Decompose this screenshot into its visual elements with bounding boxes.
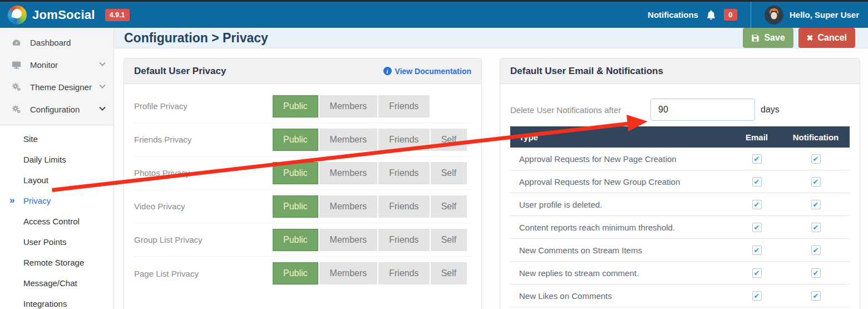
chevron-down-icon [99,60,105,66]
notification-checkbox[interactable]: ✔ [811,154,821,164]
privacy-option-group: PublicMembersFriendsSelf [273,129,467,151]
sidebar-subitem-remote-storage[interactable]: Remote Storage [0,252,114,273]
privacy-option-members[interactable]: Members [319,162,378,184]
column-email: Email [732,133,782,142]
privacy-panel-title: Default User Privacy [134,66,226,77]
privacy-option-self[interactable]: Self [431,229,467,251]
gears-icon [11,104,21,114]
check-icon: ✔ [813,155,819,163]
privacy-option-self[interactable]: Self [431,262,467,285]
check-icon: ✔ [754,224,760,231]
email-checkbox[interactable]: ✔ [752,200,762,209]
notification-row: Approval Requests for New Page Creation✔… [510,148,850,170]
delete-days-input[interactable] [650,99,755,121]
privacy-rows: Profile PrivacyPublicMembersFriendsFrien… [124,84,481,290]
privacy-option-public[interactable]: Public [273,129,318,151]
check-icon: ✔ [813,292,819,300]
sidebar-subitem-layout[interactable]: Layout [0,170,114,190]
email-checkbox[interactable]: ✔ [752,177,762,187]
sidebar-item-dashboard[interactable]: Dashboard [0,31,114,53]
view-documentation-link[interactable]: i View Documentation [383,67,471,76]
check-icon: ✔ [754,247,760,254]
notifications-menu[interactable]: Notifications 0 [648,9,751,21]
chevron-down-icon [99,82,105,89]
privacy-option-members[interactable]: Members [319,262,378,285]
privacy-row: Page List PrivacyPublicMembersFriendsSel… [134,257,471,290]
email-checkbox[interactable]: ✔ [752,291,762,301]
privacy-option-friends[interactable]: Friends [378,162,429,184]
sidebar-subitem-integrations[interactable]: Integrations [0,293,114,309]
notification-checkbox[interactable]: ✔ [811,223,821,232]
check-icon: ✔ [813,178,819,185]
email-checkbox[interactable]: ✔ [752,246,762,255]
privacy-option-self[interactable]: Self [431,162,467,184]
check-icon: ✔ [754,292,760,300]
privacy-option-public[interactable]: Public [273,195,318,218]
gears-icon [11,82,21,92]
privacy-option-group: PublicMembersFriendsSelf [273,229,467,251]
email-checkbox[interactable]: ✔ [752,268,762,278]
privacy-option-friends[interactable]: Friends [378,195,429,218]
notification-checkbox[interactable]: ✔ [811,177,821,187]
notification-checkbox[interactable]: ✔ [811,200,821,209]
save-button[interactable]: Save [743,28,793,48]
privacy-option-public[interactable]: Public [273,162,318,184]
notification-count-badge[interactable]: 0 [724,9,737,21]
email-checkbox[interactable]: ✔ [752,223,762,232]
notification-row: Content reports reach minimum threshold.… [510,216,850,239]
notification-checkbox[interactable]: ✔ [811,291,821,301]
privacy-row: Friends PrivacyPublicMembersFriendsSelf [134,123,471,156]
privacy-row: Video PrivacyPublicMembersFriendsSelf [134,190,471,223]
privacy-option-friends[interactable]: Friends [378,95,429,117]
privacy-row: Profile PrivacyPublicMembersFriends [134,90,471,123]
notification-type-label: User profile is deleted. [510,200,732,209]
check-icon: ✔ [754,178,760,185]
check-icon: ✔ [754,155,760,163]
bell-icon[interactable] [706,9,717,21]
table-header: Type Email Notification [510,126,850,148]
notification-checkbox[interactable]: ✔ [811,246,821,255]
privacy-row: Group List PrivacyPublicMembersFriendsSe… [134,223,471,257]
privacy-row-label: Page List Privacy [134,269,273,278]
privacy-option-friends[interactable]: Friends [378,129,429,151]
sidebar-item-theme-designer[interactable]: Theme Designer [0,76,114,98]
user-menu[interactable]: Hello, Super User [751,6,859,24]
privacy-option-members[interactable]: Members [319,129,378,151]
notification-checkbox[interactable]: ✔ [811,268,821,278]
sidebar-subitem-site[interactable]: Site [0,129,114,149]
sidebar-subitem-message-chat[interactable]: Message/Chat [0,273,114,293]
sidebar-subitem-access-control[interactable]: Access Control [0,211,114,232]
privacy-option-members[interactable]: Members [319,195,378,218]
cancel-button[interactable]: ✖ Cancel [798,28,855,48]
privacy-option-self[interactable]: Self [431,195,467,218]
privacy-option-self[interactable]: Self [431,129,467,151]
privacy-option-members[interactable]: Members [319,95,378,117]
sidebar-subitem-daily-limits[interactable]: Daily Limits [0,149,114,170]
notification-row: User profile is deleted.✔✔ [510,193,850,216]
privacy-option-friends[interactable]: Friends [378,262,429,285]
privacy-option-public[interactable]: Public [273,95,318,117]
check-icon: ✔ [813,224,819,231]
check-icon: ✔ [754,201,760,208]
sidebar-subitem-privacy[interactable]: »Privacy [0,190,114,211]
privacy-option-public[interactable]: Public [273,229,318,251]
email-checkbox[interactable]: ✔ [752,154,762,164]
sidebar-item-monitor[interactable]: Monitor [0,53,114,76]
privacy-option-members[interactable]: Members [319,229,378,251]
privacy-option-group: PublicMembersFriends [273,95,430,117]
sidebar-item-configuration[interactable]: Configuration [0,98,114,120]
default-user-privacy-panel: Default User Privacy i View Documentatio… [124,58,482,309]
avatar[interactable] [765,6,783,24]
notification-row: Approval Requests for New Group Creation… [510,170,850,193]
notifications-table: Type Email Notification Approval Request… [510,126,850,307]
privacy-row-label: Profile Privacy [134,101,273,111]
jomsocial-logo-icon [8,6,27,24]
brand: JomSocial 4.9.1 [8,6,130,24]
info-icon: i [383,67,392,75]
version-badge: 4.9.1 [105,9,130,21]
privacy-row-label: Photos Privacy [134,168,273,178]
check-icon: ✔ [754,269,760,277]
privacy-option-friends[interactable]: Friends [378,229,429,251]
sidebar-subitem-user-points[interactable]: User Points [0,232,114,252]
privacy-option-public[interactable]: Public [273,262,318,285]
